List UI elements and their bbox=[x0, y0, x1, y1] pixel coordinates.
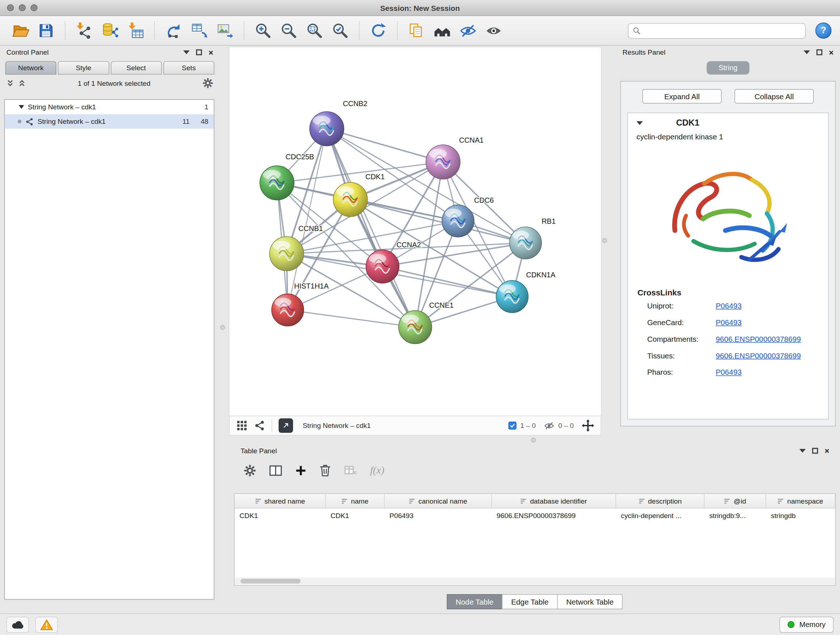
tab-string[interactable]: String bbox=[706, 61, 749, 74]
create-network-from-table-button[interactable] bbox=[187, 19, 211, 42]
expand-all-button[interactable]: Expand All bbox=[643, 89, 722, 103]
image-export-icon bbox=[216, 22, 233, 39]
minimize-window-button[interactable] bbox=[19, 4, 26, 11]
selected-checkbox[interactable] bbox=[508, 421, 516, 429]
network-overview-icon[interactable] bbox=[254, 420, 265, 431]
table-row[interactable]: CDK1 CDK1 P06493 9606.ENSP00000378699 cy… bbox=[235, 508, 835, 523]
zoom-out-button[interactable] bbox=[277, 19, 301, 42]
network-node-HIST1H1A[interactable]: HIST1H1A bbox=[272, 282, 329, 326]
gear-icon[interactable] bbox=[202, 78, 213, 89]
network-node-CDC6[interactable]: CDC6 bbox=[442, 196, 494, 237]
close-window-button[interactable] bbox=[7, 4, 14, 11]
export-view-button[interactable] bbox=[279, 418, 293, 432]
close-panel-icon[interactable]: × bbox=[829, 48, 834, 56]
open-session-button[interactable] bbox=[9, 19, 32, 42]
export-image-button[interactable] bbox=[213, 19, 237, 42]
memory-button[interactable]: Memory bbox=[780, 616, 834, 632]
network-view-canvas[interactable]: CCNB2CCNA1CDC25BCDK1CDC6RB1CCNB1CCNA2CDK… bbox=[229, 47, 601, 416]
zoom-in-button[interactable] bbox=[251, 19, 275, 42]
tab-network-table[interactable]: Network Table bbox=[557, 594, 622, 609]
column-header-description[interactable]: description bbox=[616, 494, 704, 508]
import-table-from-file-button[interactable] bbox=[124, 19, 147, 42]
cloud-status-button[interactable] bbox=[6, 616, 29, 632]
float-panel-icon[interactable] bbox=[812, 448, 818, 453]
network-node-CDK1[interactable]: CDK1 bbox=[333, 173, 385, 217]
tab-network[interactable]: Network bbox=[5, 61, 57, 74]
tab-edge-table[interactable]: Edge Table bbox=[502, 594, 558, 609]
column-header-name[interactable]: name bbox=[325, 494, 385, 508]
network-collection-row[interactable]: String Network – cdk1 1 bbox=[5, 100, 214, 114]
network-node-CDKN1A[interactable]: CDKN1A bbox=[496, 271, 556, 313]
import-network-from-file-button[interactable] bbox=[73, 19, 96, 42]
cell-shared-name[interactable]: CDK1 bbox=[235, 508, 326, 523]
cell-description[interactable]: cyclin-dependent ... bbox=[616, 508, 704, 523]
tree-expand-icon[interactable] bbox=[19, 105, 24, 109]
hide-selected-button[interactable] bbox=[456, 19, 479, 42]
float-panel-icon[interactable] bbox=[816, 49, 822, 55]
crosslink-link-genecard[interactable]: P06493 bbox=[715, 318, 741, 326]
show-hidden-button[interactable] bbox=[482, 19, 505, 42]
column-header-id[interactable]: @id bbox=[704, 494, 766, 508]
column-header-shared-name[interactable]: shared name bbox=[235, 494, 326, 508]
zoom-fit-icon bbox=[306, 22, 323, 39]
clone-network-button[interactable] bbox=[162, 19, 185, 42]
column-header-namespace[interactable]: namespace bbox=[766, 494, 835, 508]
warnings-button[interactable] bbox=[35, 616, 58, 632]
network-node-RB1[interactable]: RB1 bbox=[509, 217, 556, 259]
crosslink-link-tissues[interactable]: 9606.ENSP00000378699 bbox=[715, 351, 801, 360]
delete-column-trash-icon[interactable] bbox=[319, 464, 332, 477]
column-header-canonical-name[interactable]: canonical name bbox=[385, 494, 492, 508]
tab-sets[interactable]: Sets bbox=[163, 61, 214, 74]
gear-icon[interactable] bbox=[244, 464, 256, 477]
crosslink-link-compartments[interactable]: 9606.ENSP00000378699 bbox=[715, 334, 801, 343]
tab-style[interactable]: Style bbox=[58, 61, 109, 74]
import-network-from-database-button[interactable] bbox=[98, 19, 122, 42]
network-row[interactable]: String Network – cdk1 11 48 bbox=[5, 114, 214, 129]
left-splitter-handle[interactable] bbox=[220, 325, 225, 330]
collapse-all-chevrons-icon[interactable] bbox=[18, 79, 26, 87]
cell-canonical-name[interactable]: P06493 bbox=[385, 508, 492, 523]
tab-node-table[interactable]: Node Table bbox=[447, 594, 502, 609]
grid-view-icon[interactable] bbox=[236, 420, 248, 431]
right-splitter-handle[interactable] bbox=[602, 238, 607, 243]
pan-crosshair-icon[interactable] bbox=[582, 419, 594, 432]
expand-all-chevrons-icon[interactable] bbox=[6, 79, 14, 87]
refresh-network-button[interactable] bbox=[366, 19, 390, 42]
close-panel-icon[interactable]: × bbox=[824, 447, 829, 454]
crosslink-link-pharos[interactable]: P06493 bbox=[715, 367, 741, 376]
show-columns-icon[interactable] bbox=[269, 465, 282, 476]
panel-menu-icon[interactable] bbox=[799, 448, 806, 452]
collapse-all-button[interactable]: Collapse All bbox=[734, 89, 813, 103]
tab-select[interactable]: Select bbox=[111, 61, 162, 74]
show-all-views-button[interactable] bbox=[430, 19, 454, 42]
protein-section-header[interactable]: CDK1 bbox=[628, 113, 829, 133]
maximize-window-button[interactable] bbox=[30, 4, 37, 11]
results-panel-header: Results Panel × bbox=[616, 46, 840, 59]
search-input[interactable] bbox=[644, 27, 801, 35]
save-session-button[interactable] bbox=[34, 19, 58, 42]
zoom-selected-button[interactable] bbox=[328, 19, 352, 42]
bottom-splitter-handle[interactable] bbox=[531, 438, 536, 442]
network-node-CCNB2[interactable]: CCNB2 bbox=[309, 100, 368, 146]
network-node-CCNA1[interactable]: CCNA1 bbox=[426, 136, 484, 179]
import-network-icon bbox=[76, 22, 93, 39]
crosslink-link-uniprot[interactable]: P06493 bbox=[715, 301, 741, 310]
help-button[interactable]: ? bbox=[815, 22, 831, 38]
cell-namespace[interactable]: stringdb bbox=[766, 508, 835, 523]
panel-menu-icon[interactable] bbox=[804, 50, 810, 54]
cell-name[interactable]: CDK1 bbox=[325, 508, 385, 523]
horizontal-scrollbar[interactable] bbox=[235, 578, 835, 584]
scrollbar-thumb[interactable] bbox=[240, 578, 301, 583]
close-panel-icon[interactable]: × bbox=[208, 48, 213, 56]
float-panel-icon[interactable] bbox=[196, 49, 202, 55]
add-column-plus-icon[interactable] bbox=[295, 465, 306, 476]
zoom-fit-button[interactable] bbox=[303, 19, 326, 42]
cell-id[interactable]: stringdb:9... bbox=[704, 508, 766, 523]
copy-document-button[interactable] bbox=[404, 19, 428, 42]
column-header-database-identifier[interactable]: database identifier bbox=[492, 494, 616, 508]
cell-database-identifier[interactable]: 9606.ENSP00000378699 bbox=[492, 508, 616, 523]
panel-menu-icon[interactable] bbox=[183, 50, 190, 54]
toolbar-search[interactable] bbox=[628, 23, 806, 38]
network-edge bbox=[287, 310, 415, 327]
collapse-section-icon[interactable] bbox=[636, 121, 643, 125]
